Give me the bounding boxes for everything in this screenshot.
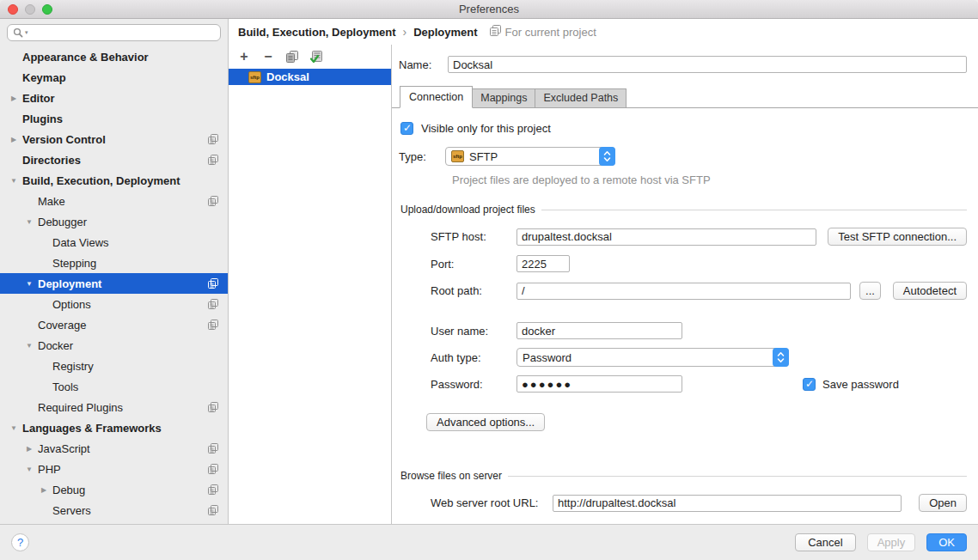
sidebar-item-build-execution-deployment[interactable]: ▼Build, Execution, Deployment (0, 170, 228, 191)
sidebar-item-data-views[interactable]: Data Views (0, 232, 228, 253)
sftp-file-icon: sftp (451, 150, 464, 162)
traffic-lights (8, 4, 52, 15)
breadcrumb-separator-icon: › (402, 26, 406, 38)
sidebar-item-make[interactable]: Make (0, 191, 228, 211)
settings-search-input[interactable]: ▾ (7, 24, 221, 41)
chevron-expanded-icon[interactable]: ▼ (8, 424, 20, 432)
sidebar-item-required-plugins[interactable]: Required Plugins (0, 397, 228, 417)
sidebar-item-debugger[interactable]: ▼Debugger (0, 211, 228, 232)
sidebar-item-options[interactable]: Options (0, 294, 228, 314)
server-list-item[interactable]: sftp Docksal (229, 69, 391, 85)
user-name-input[interactable] (517, 322, 682, 339)
help-button[interactable]: ? (11, 533, 29, 551)
browse-root-path-button[interactable]: ... (859, 282, 881, 300)
zoom-window-button[interactable] (42, 4, 52, 15)
advanced-options-button[interactable]: Advanced options... (426, 413, 545, 431)
save-password-checkbox[interactable] (803, 378, 816, 391)
password-input[interactable] (517, 375, 682, 393)
sidebar-item-coverage[interactable]: Coverage (0, 314, 228, 335)
sidebar-item-label: Deployment (38, 277, 101, 290)
sidebar-item-label: Version Control (22, 133, 106, 146)
web-root-label: Web server root URL: (431, 496, 553, 509)
project-scope-icon (208, 134, 218, 144)
cancel-button[interactable]: Cancel (795, 533, 855, 551)
project-scope-icon (208, 299, 218, 309)
breadcrumb-parent[interactable]: Build, Execution, Deployment (238, 26, 395, 39)
settings-sidebar: ▾ Appearance & BehaviorKeymap▶EditorPlug… (0, 19, 229, 524)
port-input[interactable] (517, 255, 570, 272)
sidebar-item-servers[interactable]: Servers (0, 500, 228, 520)
ok-button[interactable]: OK (926, 533, 967, 551)
chevron-expanded-icon[interactable]: ▼ (23, 280, 35, 288)
sidebar-item-javascript[interactable]: ▶JavaScript (0, 438, 228, 459)
chevron-collapsed-icon[interactable]: ▶ (8, 136, 20, 143)
sftp-host-input[interactable] (517, 228, 816, 246)
visible-only-checkbox[interactable] (400, 122, 413, 135)
add-icon[interactable]: + (237, 50, 251, 64)
project-scope-icon (208, 320, 218, 330)
server-list-toolbar: + − (229, 45, 391, 69)
chevron-collapsed-icon[interactable]: ▶ (38, 486, 50, 494)
browse-section-header: Browse files on server (399, 470, 967, 482)
sidebar-item-docker[interactable]: ▼Docker (0, 335, 228, 356)
sidebar-item-php[interactable]: ▼PHP (0, 459, 228, 479)
root-path-input[interactable] (517, 283, 851, 300)
sidebar-item-directories[interactable]: Directories (0, 149, 228, 170)
upload-section-header: Upload/download project files (399, 204, 967, 216)
test-sftp-connection-button[interactable]: Test SFTP connection... (828, 228, 967, 246)
auth-type-label: Auth type: (431, 351, 517, 364)
project-scope-icon (208, 484, 218, 495)
project-scope-icon (208, 155, 218, 165)
breadcrumb-current: Deployment (413, 26, 477, 39)
sidebar-item-appearance-behavior[interactable]: Appearance & Behavior (0, 46, 228, 67)
copy-icon[interactable] (285, 50, 299, 64)
sidebar-item-label: Tools (52, 380, 78, 393)
chevron-expanded-icon[interactable]: ▼ (23, 342, 35, 350)
sidebar-item-plugins[interactable]: Plugins (0, 108, 228, 129)
sidebar-item-label: Languages & Frameworks (22, 422, 162, 435)
sidebar-item-tools[interactable]: Tools (0, 376, 228, 397)
autodetect-button[interactable]: Autodetect (893, 282, 967, 300)
chevron-expanded-icon[interactable]: ▼ (23, 218, 35, 226)
sidebar-item-stepping[interactable]: Stepping (0, 253, 228, 273)
sidebar-item-version-control[interactable]: ▶Version Control (0, 129, 228, 149)
type-select[interactable]: sftp SFTP (445, 147, 615, 166)
remove-icon[interactable]: − (261, 50, 275, 64)
sidebar-item-editor[interactable]: ▶Editor (0, 88, 228, 108)
tab-excluded-paths[interactable]: Excluded Paths (535, 88, 627, 107)
sidebar-item-deployment[interactable]: ▼Deployment (0, 273, 228, 294)
tab-mappings[interactable]: Mappings (472, 88, 535, 107)
sidebar-item-label: Servers (52, 504, 91, 517)
use-as-default-icon[interactable] (309, 50, 323, 64)
sidebar-item-debug[interactable]: ▶Debug (0, 479, 228, 500)
minimize-window-button[interactable] (25, 4, 35, 15)
section-divider (508, 476, 967, 477)
sftp-host-label: SFTP host: (431, 230, 517, 243)
chevron-collapsed-icon[interactable]: ▶ (8, 94, 20, 102)
deployment-form: Name: Connection Mappings Excluded Paths… (392, 45, 978, 524)
name-label: Name: (399, 58, 448, 71)
sidebar-item-label: Directories (22, 154, 81, 167)
apply-button[interactable]: Apply (867, 533, 916, 551)
search-history-caret-icon[interactable]: ▾ (25, 29, 28, 36)
chevron-collapsed-icon[interactable]: ▶ (23, 445, 35, 453)
chevron-expanded-icon[interactable]: ▼ (8, 177, 20, 185)
project-scope-icon (208, 443, 218, 453)
root-path-label: Root path: (431, 284, 517, 297)
sidebar-item-label: JavaScript (38, 442, 90, 455)
sidebar-item-keymap[interactable]: Keymap (0, 67, 228, 88)
tab-connection[interactable]: Connection (400, 86, 473, 108)
chevron-expanded-icon[interactable]: ▼ (23, 466, 35, 473)
breadcrumb: Build, Execution, Deployment › Deploymen… (229, 19, 978, 45)
open-url-button[interactable]: Open (919, 494, 967, 512)
web-root-input[interactable] (553, 495, 902, 512)
sidebar-item-languages-frameworks[interactable]: ▼Languages & Frameworks (0, 417, 228, 438)
server-list-panel: + − sftp Docksal (229, 45, 392, 524)
auth-type-select[interactable]: Password (517, 348, 789, 367)
preferences-window: Preferences ▾ Appearance & BehaviorKeyma… (0, 0, 978, 560)
name-input[interactable] (448, 56, 967, 73)
close-window-button[interactable] (8, 4, 18, 15)
save-password-label: Save password (822, 378, 899, 391)
sidebar-item-registry[interactable]: Registry (0, 356, 228, 376)
type-help-text: Project files are deployed to a remote h… (452, 173, 967, 186)
